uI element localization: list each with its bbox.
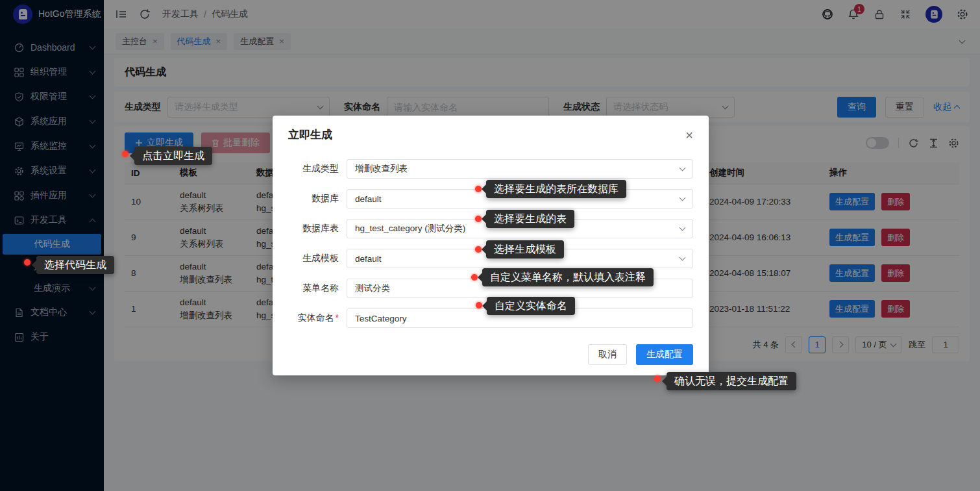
tour-dot bbox=[475, 186, 482, 192]
modal-title: 立即生成 bbox=[288, 127, 332, 142]
chevron-down-icon bbox=[680, 255, 686, 261]
tour-dot bbox=[475, 246, 482, 253]
tour-dot bbox=[476, 302, 482, 308]
tour-tooltip: 点击立即生成 bbox=[134, 147, 212, 165]
modal-cancel-button[interactable]: 取消 bbox=[588, 344, 627, 365]
tour-tooltip: 选择生成模板 bbox=[486, 240, 564, 258]
field-template-label: 生成模板 bbox=[288, 253, 339, 264]
select-value: hg_test_category (测试分类) bbox=[355, 223, 465, 234]
modal-submit-button[interactable]: 生成配置 bbox=[636, 344, 693, 365]
field-database-label: 数据库 bbox=[288, 193, 339, 205]
field-menu-name-label: 菜单名称 bbox=[288, 283, 339, 294]
gen-type-select[interactable]: 增删改查列表 bbox=[347, 159, 693, 179]
tour-tooltip: 确认无误，提交生成配置 bbox=[667, 372, 796, 390]
tour-tooltip: 自定义实体命名 bbox=[487, 297, 575, 315]
tour-dot bbox=[122, 151, 129, 157]
tour-tooltip: 选择要生成的表所在数据库 bbox=[486, 180, 626, 198]
required-asterisk: * bbox=[336, 312, 339, 323]
select-value: 增删改查列表 bbox=[355, 163, 408, 175]
select-value: default bbox=[355, 254, 382, 264]
tour-tooltip: 自定义菜单名称，默认填入表注释 bbox=[482, 268, 654, 286]
chevron-down-icon bbox=[680, 165, 686, 171]
tour-dot bbox=[24, 259, 31, 266]
tour-dot bbox=[471, 274, 478, 281]
tour-tooltip: 选择要生成的表 bbox=[486, 210, 574, 228]
field-entity-name-label: 实体命名* bbox=[288, 312, 339, 324]
chevron-down-icon bbox=[680, 225, 686, 231]
select-value: default bbox=[355, 194, 382, 204]
modal-close-icon[interactable]: × bbox=[685, 129, 693, 142]
field-db-table-label: 数据库表 bbox=[288, 223, 339, 234]
tour-tooltip: 选择代码生成 bbox=[36, 256, 114, 274]
tour-dot bbox=[654, 375, 661, 382]
field-gen-type-label: 生成类型 bbox=[288, 163, 339, 175]
chevron-down-icon bbox=[680, 195, 686, 201]
tour-dot bbox=[475, 216, 482, 222]
